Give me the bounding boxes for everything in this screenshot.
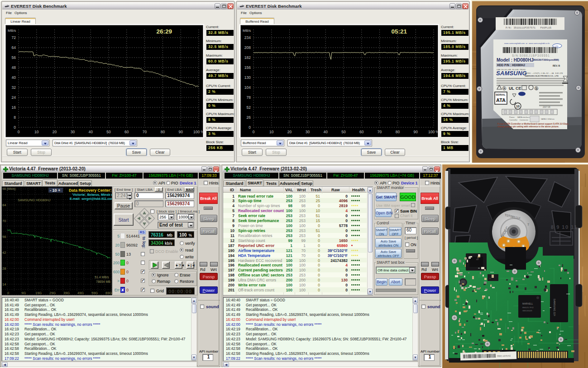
svg-text:72: 72 bbox=[12, 35, 16, 40]
svg-text:40: 40 bbox=[323, 130, 328, 134]
svg-text:100 %: 100 % bbox=[428, 130, 438, 134]
svg-text:20: 20 bbox=[53, 130, 57, 134]
svg-text:'Victoria', Belarus, Minsk cit: 'Victoria', Belarus, Minsk city bbox=[72, 193, 112, 197]
svg-text:SERIAL: SERIAL bbox=[496, 93, 506, 96]
svg-text:52: 52 bbox=[247, 105, 251, 110]
svg-text:88i6525-TFJ2: 88i6525-TFJ2 bbox=[522, 306, 534, 309]
svg-text:MB/s: MB/s bbox=[243, 29, 251, 33]
svg-text:0: 0 bbox=[249, 125, 251, 130]
svg-text:28: 28 bbox=[2, 266, 6, 271]
svg-text:S/N:S08EJ1BP305551: S/N:S08EJ1BP305551 bbox=[512, 54, 550, 57]
svg-text:59G: 59G bbox=[91, 291, 98, 295]
svg-text:51.4 MB/s: 51.4 MB/s bbox=[95, 276, 109, 279]
svg-text:05:21: 05:21 bbox=[391, 28, 407, 35]
svg-text:19G: 19G bbox=[35, 291, 42, 295]
svg-text:80: 80 bbox=[396, 130, 400, 134]
svg-text:69G: 69G bbox=[105, 291, 112, 295]
svg-text:Controller Connecter: Controller Connecter bbox=[509, 119, 529, 121]
svg-text:48: 48 bbox=[12, 65, 16, 70]
svg-text:8 9 10 11: 8 9 10 11 bbox=[551, 224, 578, 230]
svg-text:Ⓐ: Ⓐ bbox=[502, 86, 506, 91]
svg-text:0: 0 bbox=[14, 125, 16, 130]
svg-text:49G: 49G bbox=[77, 291, 84, 295]
svg-text:Ⓢ: Ⓢ bbox=[535, 86, 538, 91]
svg-text:8: 8 bbox=[14, 115, 16, 120]
svg-text:50: 50 bbox=[341, 130, 346, 134]
svg-text:E-mail: sergei@hdd-911.com: E-mail: sergei@hdd-911.com bbox=[70, 197, 112, 201]
svg-text:78654 MB: 78654 MB bbox=[96, 280, 110, 283]
svg-text:182: 182 bbox=[244, 55, 251, 60]
svg-text:32: 32 bbox=[12, 85, 16, 90]
svg-text:90: 90 bbox=[178, 130, 183, 134]
svg-text:70: 70 bbox=[378, 130, 382, 134]
svg-text:SAMSUNG ELECTRONICS CO., LTD: SAMSUNG ELECTRONICS CO., LTD bbox=[525, 75, 559, 77]
svg-text:130: 130 bbox=[244, 75, 251, 80]
svg-text:(80GB/7200rpm/8M): (80GB/7200rpm/8M) bbox=[533, 58, 559, 61]
svg-text:16: 16 bbox=[12, 105, 16, 110]
svg-text:UL: UL bbox=[509, 86, 514, 91]
svg-text:39G: 39G bbox=[63, 291, 70, 295]
svg-text:30: 30 bbox=[306, 130, 310, 134]
svg-text:26: 26 bbox=[247, 115, 251, 120]
svg-text:SAMSUNG: SAMSUNG bbox=[496, 70, 527, 77]
svg-text:60: 60 bbox=[124, 130, 129, 134]
svg-text:G6K2450Z3: G6K2450Z3 bbox=[522, 310, 532, 312]
svg-text:156: 156 bbox=[244, 65, 251, 70]
svg-text:0: 0 bbox=[253, 130, 255, 134]
svg-text:70: 70 bbox=[2, 219, 6, 223]
svg-text:60: 60 bbox=[359, 130, 364, 134]
svg-text:RATED : +12V(P)--1.2A +5V ---: RATED : +12V(P)--1.2A +5V --- 4A E4K 47B bbox=[525, 72, 563, 74]
svg-text:14: 14 bbox=[2, 282, 6, 286]
svg-text:If your S-ATA Controller or Mo: If your S-ATA Controller or Motherboard … bbox=[497, 123, 569, 125]
svg-text:9G: 9G bbox=[21, 291, 26, 295]
svg-text:40: 40 bbox=[12, 75, 16, 80]
svg-text:www.samsunghdd.com or www.sa: www.samsunghdd.com or www.samsunghdd.co.… bbox=[504, 42, 550, 44]
svg-text:HDD P/N : HD080HJ: HDD P/N : HD080HJ bbox=[497, 63, 525, 67]
svg-text:10: 10 bbox=[269, 130, 274, 134]
svg-text:64: 64 bbox=[12, 45, 16, 50]
svg-text:78: 78 bbox=[247, 95, 251, 100]
svg-text:CE: CE bbox=[516, 86, 521, 91]
svg-text:56: 56 bbox=[12, 55, 16, 60]
svg-text:30: 30 bbox=[71, 130, 75, 134]
svg-text:change jumper pin setting with: change jumper pin setting with reference… bbox=[497, 126, 559, 128]
svg-text:42: 42 bbox=[2, 251, 6, 255]
svg-text:P/N: 3510111P357571 P80PLUS: P/N: 3510111P357571 P80PLUS bbox=[506, 26, 551, 29]
svg-text:SAMSUNG 324: SAMSUNG 324 bbox=[553, 299, 556, 316]
svg-text:2007.08: 2007.08 bbox=[543, 106, 550, 108]
svg-text:234: 234 bbox=[244, 35, 251, 40]
svg-text:29G: 29G bbox=[49, 291, 56, 295]
svg-text:ATA: ATA bbox=[496, 97, 506, 103]
svg-text:84: 84 bbox=[2, 203, 6, 207]
svg-text:MB/s: MB/s bbox=[8, 29, 16, 33]
svg-text:104: 104 bbox=[244, 85, 251, 90]
svg-text:0: 0 bbox=[18, 130, 20, 134]
svg-text:50: 50 bbox=[106, 130, 111, 134]
svg-text:70: 70 bbox=[143, 130, 147, 134]
svg-text:56: 56 bbox=[2, 235, 6, 239]
svg-text:100 %: 100 % bbox=[193, 130, 203, 134]
svg-text:0: 0 bbox=[7, 291, 9, 295]
svg-text:turbo: turbo bbox=[555, 45, 559, 47]
svg-text:REV. B: REV. B bbox=[553, 64, 560, 67]
svg-text:Power SATA interface: Power SATA interface bbox=[509, 116, 530, 118]
svg-text:10: 10 bbox=[516, 105, 520, 108]
svg-text:SAMSUNG HD080HJ: SAMSUNG HD080HJ bbox=[18, 198, 51, 202]
svg-text:Model : HD080HJ: Model : HD080HJ bbox=[497, 58, 534, 63]
svg-text:90: 90 bbox=[413, 130, 418, 134]
svg-text:208: 208 bbox=[244, 45, 251, 50]
svg-text:P80C-1STA A2: P80C-1STA A2 bbox=[497, 355, 511, 358]
svg-text:T: T bbox=[527, 223, 530, 226]
svg-text:26:29: 26:29 bbox=[156, 28, 172, 35]
svg-text:40: 40 bbox=[88, 130, 93, 134]
svg-text:98 (Mb/s): 98 (Mb/s) bbox=[2, 187, 16, 191]
svg-text:20: 20 bbox=[287, 130, 292, 134]
svg-text:80: 80 bbox=[161, 130, 165, 134]
svg-text:24: 24 bbox=[12, 95, 16, 100]
svg-text:MARVELL: MARVELL bbox=[522, 302, 533, 305]
svg-text:10: 10 bbox=[34, 130, 39, 134]
svg-text:- 10 +: - 10 + bbox=[50, 188, 60, 193]
svg-text:SATA 1.5Gb/sec: SATA 1.5Gb/sec bbox=[541, 118, 555, 120]
svg-text:Data Recovery Center:: Data Recovery Center: bbox=[69, 188, 111, 193]
